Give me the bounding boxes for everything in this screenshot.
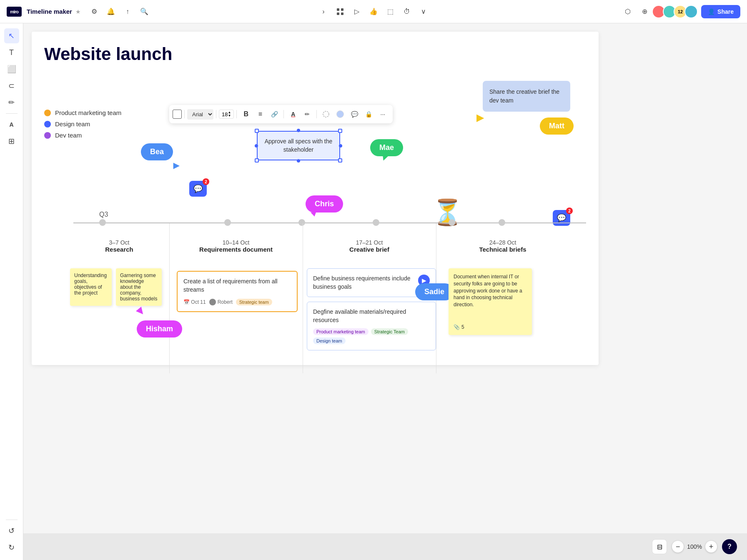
timer-icon[interactable]: ⏱ bbox=[399, 4, 414, 19]
text-block-tool[interactable]: A bbox=[4, 117, 19, 132]
research-date: 3–7 Oct bbox=[69, 239, 169, 246]
legend-dot-design bbox=[44, 121, 51, 128]
bea-bubble: Bea bbox=[141, 143, 173, 160]
tech-brief-count-area: 📎 5 bbox=[454, 324, 464, 331]
sidebar-toggle-icon: ⊟ bbox=[657, 543, 662, 551]
canvas[interactable]: Website launch Product marketing team De… bbox=[23, 23, 747, 533]
opacity-button[interactable] bbox=[319, 108, 333, 121]
timeline-line bbox=[73, 222, 586, 223]
connect-tool[interactable]: ⊂ bbox=[4, 78, 19, 93]
creative-date: 17–21 Oct bbox=[305, 239, 434, 246]
zoom-in-button[interactable]: + bbox=[705, 541, 717, 552]
board: Website launch Product marketing team De… bbox=[23, 23, 747, 533]
settings-icon[interactable]: ⚙ bbox=[88, 5, 101, 18]
selection-box-btn[interactable] bbox=[173, 110, 182, 119]
timeline-dot-5 bbox=[499, 219, 505, 226]
handle-bl[interactable] bbox=[255, 158, 259, 162]
upload-icon[interactable]: ↑ bbox=[121, 5, 134, 18]
more-tools-icon[interactable]: ∨ bbox=[416, 4, 431, 19]
requirements-card[interactable]: Create a list of requirements from all s… bbox=[177, 271, 298, 312]
zoom-fit-icon[interactable]: ⊕ bbox=[638, 5, 651, 18]
text-tool[interactable]: T bbox=[4, 45, 19, 60]
toolbar-divider-4 bbox=[283, 110, 284, 118]
board-title: Timeline maker bbox=[27, 8, 72, 15]
toolbar-divider-5 bbox=[316, 110, 317, 118]
period-requirements: 10–14 Oct Requirements document bbox=[173, 239, 298, 253]
font-size-down[interactable]: ▼ bbox=[228, 114, 231, 118]
vline-2 bbox=[303, 223, 303, 373]
tech-brief-sticky: Document when internal IT or security fo… bbox=[449, 268, 532, 335]
toolbar-divider-3 bbox=[236, 110, 237, 118]
svg-rect-3 bbox=[341, 12, 343, 15]
hisham-arrow: ▶ bbox=[135, 305, 148, 318]
approve-specs-card[interactable]: Approve all specs with the stakeholder bbox=[257, 131, 340, 160]
thumbsup-icon[interactable]: 👍 bbox=[366, 4, 381, 19]
timeline-dot-2 bbox=[298, 219, 305, 226]
handle-rc[interactable] bbox=[339, 144, 342, 148]
zoom-level-display: 100% bbox=[687, 543, 702, 550]
svg-rect-1 bbox=[341, 8, 343, 11]
bold-button[interactable]: B bbox=[239, 108, 253, 121]
sidebar-toggle-button[interactable]: ⊟ bbox=[652, 539, 667, 554]
research-title: Research bbox=[69, 246, 169, 253]
cursor-icon[interactable]: ⬡ bbox=[621, 5, 634, 18]
comment-button[interactable]: 💬 bbox=[348, 108, 361, 121]
format-toolbar: Arial 18 ▲ ▼ B ≡ 🔗 A ✏ bbox=[169, 105, 393, 123]
more-button[interactable]: ··· bbox=[376, 108, 389, 121]
chat-badge-container-2[interactable]: 💬 2 bbox=[553, 210, 570, 226]
star-icon[interactable]: ★ bbox=[75, 8, 81, 15]
font-select[interactable]: Arial bbox=[187, 109, 213, 120]
frame-tool[interactable]: ⊞ bbox=[4, 134, 19, 149]
font-size-arrows[interactable]: ▲ ▼ bbox=[228, 111, 231, 118]
sidebar-divider-2 bbox=[6, 520, 18, 520]
right-tools: ⬡ ⊕ 12 👤 Share bbox=[621, 5, 740, 18]
toolbar-divider-2 bbox=[216, 110, 216, 118]
font-size-control[interactable]: 18 ▲ ▼ bbox=[219, 110, 234, 119]
requirements-card-assignee: Robert bbox=[209, 299, 233, 305]
requirements-date: 10–14 Oct bbox=[173, 239, 298, 246]
handle-br[interactable] bbox=[338, 158, 342, 162]
chat-badge-1: 2 bbox=[203, 178, 209, 185]
zoom-out-button[interactable]: − bbox=[672, 541, 684, 552]
handle-bc[interactable] bbox=[297, 159, 300, 162]
hisham-bubble: Hisham bbox=[137, 320, 182, 338]
sticky-tool[interactable]: ⬜ bbox=[4, 62, 19, 77]
search-icon[interactable]: 🔍 bbox=[138, 5, 151, 18]
select-tool[interactable]: ↖ bbox=[4, 28, 19, 43]
chat-badge-container-1[interactable]: 💬 2 bbox=[189, 181, 207, 197]
share-button[interactable]: 👤 Share bbox=[701, 5, 740, 18]
link-button[interactable]: 🔗 bbox=[268, 108, 281, 121]
handle-tl[interactable] bbox=[255, 129, 259, 133]
define-available-card[interactable]: Degfine available materials/required res… bbox=[307, 302, 436, 350]
sadie-bubble: Sadie bbox=[415, 283, 454, 300]
handle-tr[interactable] bbox=[338, 129, 342, 133]
matt-arrow: ▶ bbox=[476, 112, 484, 123]
fill-color-button[interactable] bbox=[333, 108, 347, 121]
handle-lc[interactable] bbox=[255, 144, 258, 148]
svg-point-4 bbox=[323, 111, 329, 117]
requirements-title: Requirements document bbox=[173, 246, 298, 253]
notifications-icon[interactable]: 🔔 bbox=[104, 5, 118, 18]
legend-dot-marketing bbox=[44, 110, 51, 116]
lock-button[interactable]: 🔒 bbox=[362, 108, 375, 121]
share-icon: 👤 bbox=[708, 8, 715, 15]
zoom-controls: − 100% + bbox=[672, 541, 717, 552]
handle-tc[interactable] bbox=[297, 129, 300, 132]
present-icon[interactable]: ▷ bbox=[349, 4, 364, 19]
align-button[interactable]: ≡ bbox=[253, 108, 267, 121]
define-business-text: Define business requirements include bus… bbox=[313, 275, 415, 291]
center-tools: › ▷ 👍 ⬚ ⏱ ∨ bbox=[316, 4, 431, 19]
vline-1 bbox=[169, 223, 170, 373]
tech-brief-count: 5 bbox=[461, 324, 464, 331]
pen-tool[interactable]: ✏ bbox=[4, 95, 19, 110]
define-available-tags: Product marketing team Strategic Team De… bbox=[313, 328, 430, 344]
help-button[interactable]: ? bbox=[722, 539, 737, 554]
nav-icons: ⚙ 🔔 ↑ 🔍 bbox=[88, 5, 151, 18]
highlight-button[interactable]: ✏ bbox=[301, 108, 314, 121]
grid-icon[interactable] bbox=[333, 4, 348, 19]
frame-icon[interactable]: ⬚ bbox=[383, 4, 398, 19]
text-color-button[interactable]: A bbox=[286, 108, 300, 121]
technical-date: 24–28 Oct bbox=[438, 239, 567, 246]
legend-item-marketing: Product marketing team bbox=[44, 109, 121, 116]
nav-forward-icon[interactable]: › bbox=[316, 4, 331, 19]
